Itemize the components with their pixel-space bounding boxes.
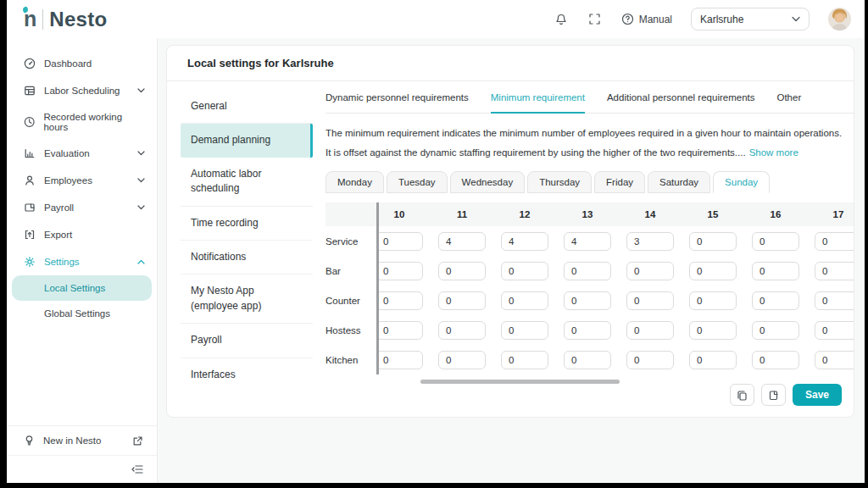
requirement-input[interactable] <box>626 291 674 310</box>
requirement-input[interactable] <box>376 351 423 369</box>
requirement-input[interactable] <box>376 232 423 251</box>
sidebar-item-settings[interactable]: Settings <box>7 248 157 275</box>
external-link-icon <box>132 435 143 446</box>
location-selector[interactable]: Karlsruhe <box>691 8 810 30</box>
fullscreen-icon[interactable] <box>587 12 603 27</box>
day-tab-friday[interactable]: Friday <box>594 171 645 193</box>
sidebar-item-employees[interactable]: Employees <box>7 167 157 194</box>
tab-minimum-requirement[interactable]: Minimum requirement <box>491 90 585 114</box>
sidebar-item-labor-scheduling[interactable]: Labor Scheduling <box>7 77 157 104</box>
paste-icon <box>768 390 779 401</box>
copy-icon <box>737 390 748 401</box>
minimum-requirement-table: 10 11 12 13 14 15 16 17 <box>326 202 854 384</box>
requirement-input[interactable] <box>501 291 548 310</box>
requirement-input[interactable] <box>564 351 611 369</box>
requirement-input[interactable] <box>501 232 548 251</box>
chevron-up-icon <box>137 259 145 264</box>
sidebar-item-label: Export <box>44 230 72 240</box>
requirement-input[interactable] <box>689 232 737 251</box>
requirement-input[interactable] <box>815 262 854 280</box>
sidebar-item-label: Employees <box>44 175 92 186</box>
requirement-input[interactable] <box>689 351 737 369</box>
hour-header: 12 <box>493 209 556 219</box>
sidebar-item-global-settings[interactable]: Global Settings <box>7 301 157 326</box>
requirement-input[interactable] <box>564 291 611 310</box>
tab-other[interactable]: Other <box>776 90 801 113</box>
submenu-item-interfaces[interactable]: Interfaces <box>181 358 313 391</box>
sidebar-item-payroll[interactable]: Payroll <box>7 194 157 221</box>
gear-icon <box>24 256 36 268</box>
sidebar-item-local-settings[interactable]: Local Settings <box>12 275 152 301</box>
requirement-input[interactable] <box>689 291 737 310</box>
day-tab-saturday[interactable]: Saturday <box>648 171 710 193</box>
day-tab-sunday[interactable]: Sunday <box>713 171 770 193</box>
requirement-input[interactable] <box>438 351 486 369</box>
demand-planning-content: Dynamic personnel requirements Minimum r… <box>313 90 854 417</box>
manual-link[interactable]: Manual <box>621 13 672 25</box>
submenu-item-payroll[interactable]: Payroll <box>181 324 313 358</box>
requirement-input[interactable] <box>438 291 486 310</box>
requirement-input[interactable] <box>752 351 799 369</box>
export-icon <box>24 229 36 241</box>
day-tab-thursday[interactable]: Thursday <box>527 171 592 193</box>
submenu-item-demand-planning[interactable]: Demand planning <box>181 124 313 157</box>
show-more-link[interactable]: Show more <box>749 147 798 158</box>
hour-header: 17 <box>807 209 854 219</box>
day-tab-monday[interactable]: Monday <box>326 171 384 193</box>
requirement-input[interactable] <box>376 291 423 310</box>
copy-button[interactable] <box>730 384 754 406</box>
requirement-input[interactable] <box>376 321 423 340</box>
requirement-input[interactable] <box>689 321 737 340</box>
requirement-input[interactable] <box>438 232 486 251</box>
requirement-input[interactable] <box>815 291 854 310</box>
requirement-input[interactable] <box>626 262 674 280</box>
requirement-input[interactable] <box>564 232 611 251</box>
chart-icon <box>24 147 36 159</box>
requirement-input[interactable] <box>815 232 854 251</box>
sidebar-item-evaluation[interactable]: Evaluation <box>7 140 157 167</box>
collapse-sidebar-button[interactable] <box>7 455 157 483</box>
requirement-input[interactable] <box>626 232 674 251</box>
requirement-input[interactable] <box>815 351 854 369</box>
submenu-item-automatic-labor-scheduling[interactable]: Automatic labor scheduling <box>181 158 313 207</box>
dashboard-icon <box>24 58 36 69</box>
day-tab-wednesday[interactable]: Wednesday <box>450 171 526 193</box>
submenu-item-general[interactable]: General <box>181 90 313 124</box>
row-label: Counter <box>326 296 376 306</box>
requirement-input[interactable] <box>501 351 548 369</box>
sidebar-item-dashboard[interactable]: Dashboard <box>7 50 157 77</box>
requirement-input[interactable] <box>626 321 674 340</box>
submenu-item-my-nesto-app[interactable]: My Nesto App (employee app) <box>181 274 313 324</box>
new-in-nesto-link[interactable]: New in Nesto <box>7 425 157 455</box>
submenu-item-notifications[interactable]: Notifications <box>181 241 313 274</box>
save-button[interactable]: Save <box>793 384 842 406</box>
requirement-input[interactable] <box>376 262 423 280</box>
hour-header: 11 <box>431 209 493 219</box>
tab-additional-personnel-requirements[interactable]: Additional personnel requirements <box>607 90 755 113</box>
clock-icon <box>24 116 35 128</box>
requirement-input[interactable] <box>689 262 737 280</box>
requirement-input[interactable] <box>438 262 486 280</box>
requirement-input[interactable] <box>815 321 854 340</box>
requirement-input[interactable] <box>752 291 799 310</box>
sidebar-item-recorded-working-hours[interactable]: Recorded working hours <box>7 104 157 140</box>
paste-button[interactable] <box>761 384 786 406</box>
day-tab-tuesday[interactable]: Tuesday <box>387 171 448 193</box>
requirement-input[interactable] <box>752 262 799 280</box>
horizontal-scrollbar[interactable] <box>420 380 620 384</box>
requirement-input[interactable] <box>438 321 486 340</box>
tab-dynamic-personnel-requirements[interactable]: Dynamic personnel requirements <box>326 90 469 113</box>
requirement-input[interactable] <box>626 351 674 369</box>
requirement-input[interactable] <box>752 321 799 340</box>
settings-submenu: General Demand planning Automatic labor … <box>181 90 313 417</box>
notifications-bell-icon[interactable] <box>554 12 569 27</box>
requirement-input[interactable] <box>564 321 611 340</box>
requirement-input[interactable] <box>752 232 799 251</box>
requirement-input[interactable] <box>564 262 611 280</box>
hour-header: 16 <box>744 209 807 219</box>
submenu-item-time-recording[interactable]: Time recording <box>181 207 313 241</box>
user-avatar[interactable] <box>828 8 851 30</box>
requirement-input[interactable] <box>501 262 548 280</box>
requirement-input[interactable] <box>501 321 548 340</box>
sidebar-item-export[interactable]: Export <box>7 221 157 248</box>
